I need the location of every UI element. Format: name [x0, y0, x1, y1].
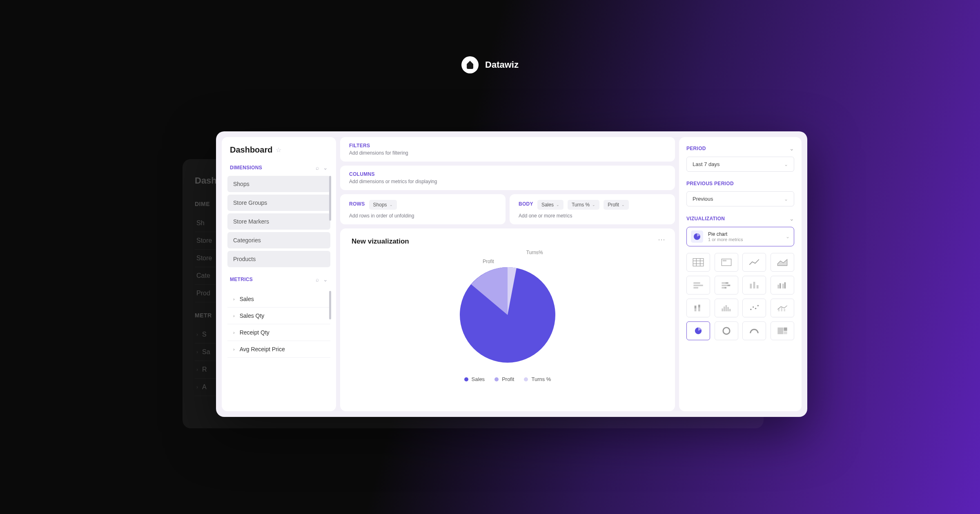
legend-item-sales: Sales	[464, 376, 485, 382]
chevron-down-icon: ⌄	[556, 203, 559, 207]
body-hint: Add one or more metrics	[519, 213, 666, 219]
svg-rect-24	[782, 284, 784, 289]
right-panel: PERIOD ⌄ Last 7 days ⌄ PREVIOUS PERIOD P…	[679, 137, 802, 411]
viz-option-vbar-stacked[interactable]	[686, 299, 710, 317]
svg-rect-19	[750, 284, 752, 289]
svg-rect-13	[722, 282, 725, 284]
dimension-item-store-groups[interactable]: Store Groups	[227, 195, 330, 211]
filters-panel[interactable]: FILTERS Add dimensions for filtering	[340, 137, 675, 162]
app-window: Dashboard ☆ DIMENSIONS ⌕ ⌄ Shops Store G…	[216, 131, 807, 417]
visualization-panel: New vizualization ⋯ Turns% Profit Sales …	[340, 228, 675, 411]
dimensions-label: DIMENSIONS	[230, 165, 262, 171]
svg-point-37	[755, 308, 757, 309]
viz-option-donut[interactable]	[715, 321, 738, 340]
dimension-item-categories[interactable]: Categories	[227, 232, 330, 248]
period-select[interactable]: Last 7 days ⌄	[686, 157, 794, 172]
search-icon[interactable]: ⌕	[316, 164, 319, 171]
dimension-item-shops[interactable]: Shops	[227, 176, 330, 192]
legend-item-profit: Profit	[494, 376, 514, 382]
svg-rect-18	[724, 287, 726, 289]
viz-section-header: VIZUALIZATION ⌄	[686, 215, 794, 222]
chevron-right-icon: ›	[233, 347, 235, 352]
columns-panel[interactable]: COLUMNS Add dimensions or metrics for di…	[340, 166, 675, 190]
svg-rect-2	[693, 259, 704, 266]
viz-option-vbar[interactable]	[742, 276, 766, 295]
viz-type-grid	[686, 253, 794, 340]
svg-rect-21	[757, 285, 759, 288]
brand-name: Datawiz	[485, 60, 519, 70]
viz-option-pie[interactable]	[686, 321, 710, 340]
viz-option-vbar-grouped[interactable]	[771, 276, 794, 295]
viz-type-name: Pie chart	[708, 231, 743, 237]
scrollbar[interactable]	[329, 291, 331, 319]
scrollbar[interactable]	[329, 176, 331, 221]
svg-rect-22	[777, 285, 779, 288]
filters-label: FILTERS	[349, 143, 666, 148]
page-title: Dashboard	[230, 145, 272, 155]
chevron-down-icon[interactable]: ⌄	[789, 215, 794, 222]
pie-chart	[454, 262, 561, 368]
pie-chart-icon	[691, 230, 703, 243]
legend: Sales Profit Turns %	[464, 376, 551, 382]
svg-rect-11	[693, 285, 703, 286]
viz-type-selected[interactable]: Pie chart 1 or more metrics ⌄	[686, 227, 794, 246]
svg-rect-33	[727, 307, 729, 312]
chevron-right-icon: ›	[233, 330, 235, 335]
body-chip-turns[interactable]: Turns %⌄	[568, 200, 599, 210]
viz-option-line[interactable]	[742, 253, 766, 272]
more-icon[interactable]: ⋯	[658, 235, 666, 244]
body-chip-sales[interactable]: Sales⌄	[537, 200, 564, 210]
dimensions-header: DIMENSIONS ⌕ ⌄	[227, 164, 330, 171]
search-icon[interactable]: ⌕	[316, 276, 319, 283]
slice-label-turns: Turns%	[526, 250, 543, 255]
metrics-header: METRICS ⌕ ⌄	[227, 276, 330, 283]
chevron-down-icon: ⌄	[784, 196, 788, 202]
viz-option-hbar-stacked[interactable]	[715, 276, 738, 295]
viz-option-gauge[interactable]	[742, 321, 766, 340]
svg-point-38	[757, 305, 759, 306]
svg-rect-31	[724, 307, 725, 312]
rows-hint: Add rows in order of unfolding	[349, 213, 497, 219]
svg-marker-9	[777, 259, 787, 266]
body-label: BODY	[519, 201, 533, 207]
metrics-label: METRICS	[230, 277, 253, 282]
svg-rect-8	[722, 260, 726, 261]
viz-option-card[interactable]	[715, 253, 738, 272]
viz-option-scatter[interactable]	[742, 299, 766, 317]
dimension-item-store-markers[interactable]: Store Markers	[227, 213, 330, 230]
viz-option-table[interactable]	[686, 253, 710, 272]
metric-item-sales-qty[interactable]: ›Sales Qty	[227, 308, 330, 324]
svg-rect-23	[780, 283, 781, 288]
body-panel[interactable]: BODY Sales⌄ Turns %⌄ Profit⌄ Add one or …	[510, 194, 675, 224]
viz-title: New vizualization	[352, 237, 664, 246]
metric-item-receipt-qty[interactable]: ›Receipt Qty	[227, 324, 330, 341]
viz-option-treemap[interactable]	[771, 321, 794, 340]
prev-period-select[interactable]: Previous ⌄	[686, 191, 794, 206]
svg-rect-25	[784, 282, 786, 288]
svg-rect-20	[753, 282, 755, 288]
viz-option-combo[interactable]	[771, 299, 794, 317]
body-chip-profit[interactable]: Profit⌄	[604, 200, 629, 210]
metric-item-sales[interactable]: ›Sales	[227, 291, 330, 308]
chevron-down-icon[interactable]: ⌄	[323, 276, 328, 283]
rows-label: ROWS	[349, 201, 365, 207]
svg-rect-15	[722, 285, 727, 286]
viz-option-histogram[interactable]	[715, 299, 738, 317]
svg-rect-27	[695, 308, 697, 311]
legend-item-turns: Turns %	[524, 376, 551, 382]
chevron-down-icon[interactable]: ⌄	[323, 164, 328, 171]
rows-panel[interactable]: ROWS Shops⌄ Add rows in order of unfoldi…	[340, 194, 506, 224]
chevron-down-icon[interactable]: ⌄	[789, 145, 794, 152]
viz-option-hbar[interactable]	[686, 276, 710, 295]
brand-header: Datawiz	[461, 56, 519, 73]
sidebar: Dashboard ☆ DIMENSIONS ⌕ ⌄ Shops Store G…	[222, 137, 336, 411]
dimension-item-products[interactable]: Products	[227, 251, 330, 267]
star-icon[interactable]: ☆	[276, 146, 281, 154]
viz-section-label: VIZUALIZATION	[686, 216, 725, 222]
metric-item-avg-receipt-price[interactable]: ›Avg Receipt Price	[227, 341, 330, 358]
chevron-right-icon: ›	[233, 297, 235, 301]
viz-option-area[interactable]	[771, 253, 794, 272]
row-chip-shops[interactable]: Shops⌄	[369, 200, 397, 210]
brand-logo-icon	[461, 56, 479, 73]
center-column: FILTERS Add dimensions for filtering COL…	[340, 137, 675, 411]
